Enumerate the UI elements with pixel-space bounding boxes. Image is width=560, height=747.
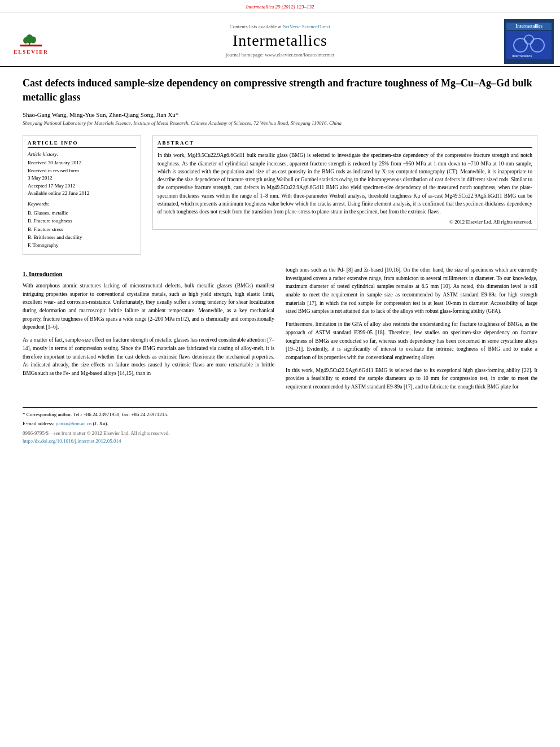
- intermetallics-logo-box: Intermetallics Intermetallics: [504, 19, 554, 64]
- keyword-5: F. Tomography: [28, 241, 136, 249]
- elsevier-brand-text: ELSEVIER: [14, 49, 49, 55]
- sciverse-link[interactable]: SciVerse ScienceDirect: [283, 24, 330, 29]
- article-info-title: ARTICLE INFO: [28, 140, 136, 148]
- svg-text:Intermetallics: Intermetallics: [512, 54, 532, 58]
- authors-line: Shao-Gang Wang, Ming-Yue Sun, Zhen-Qiang…: [23, 111, 537, 118]
- abstract-box: ABSTRACT In this work, Mg49.5Cu22.9Ag6.6…: [152, 135, 537, 230]
- article-info-box: ARTICLE INFO Article history: Received 3…: [23, 135, 141, 254]
- abstract-column: ABSTRACT In this work, Mg49.5Cu22.9Ag6.6…: [152, 135, 537, 260]
- keyword-1: B. Glasses, metallic: [28, 209, 136, 217]
- intermetallics-logo-area: Intermetallics Intermetallics: [498, 17, 560, 66]
- doi-link[interactable]: http://dx.doi.org/10.1016/j.intermet.201…: [23, 438, 121, 444]
- article-title: Cast defects induced sample-size depende…: [23, 76, 537, 104]
- history-line-3: 3 May 2012: [28, 174, 136, 182]
- section-heading-1: 1. Introduction: [23, 270, 274, 277]
- intro-para-5: In this work, Mg49.5Cu22.9Ag6.6Gd11 BMG …: [286, 366, 537, 391]
- journal-center-header: Contents lists available at SciVerse Sci…: [62, 17, 498, 66]
- article-history-title: Article history:: [28, 151, 136, 157]
- keyword-3: B. Fracture stress: [28, 225, 136, 233]
- keywords-section: Keywords: B. Glasses, metallic B. Fractu…: [28, 201, 136, 250]
- intro-para-3: tough ones such as the Pd- [8] and Zr-ba…: [286, 266, 537, 316]
- svg-point-2: [23, 37, 28, 43]
- journal-homepage: journal homepage: www.elsevier.com/locat…: [226, 52, 334, 58]
- email-link[interactable]: jianxu@imr.ac.cn: [55, 421, 91, 426]
- sciverse-line: Contents lists available at SciVerse Sci…: [230, 24, 331, 29]
- history-line-2: Received in revised form: [28, 167, 136, 175]
- main-content: Cast defects induced sample-size depende…: [0, 67, 560, 453]
- top-bar: Intermetallics 29 (2012) 123–132: [0, 0, 560, 12]
- elsevier-logo-area: ELSEVIER: [0, 17, 62, 66]
- footnote-asterisk: * Corresponding author. Tel.: +86 24 239…: [23, 411, 537, 419]
- intro-para-4: Furthermore, limitation in the GFA of al…: [286, 320, 537, 362]
- keyword-2: B. Fracture toughness: [28, 217, 136, 225]
- abstract-text: In this work, Mg49.5Cu22.9Ag6.6Gd11 bulk…: [158, 151, 532, 216]
- keywords-title: Keywords:: [28, 201, 136, 207]
- journal-title: Intermetallics: [233, 32, 327, 50]
- doi-line: http://dx.doi.org/10.1016/j.intermet.201…: [23, 438, 537, 444]
- abstract-title: ABSTRACT: [158, 140, 532, 148]
- history-line-1: Received 30 January 2012: [28, 159, 136, 167]
- keyword-4: B. Brittleness and ductility: [28, 233, 136, 241]
- intro-col-right: tough ones such as the Pd- [8] and Zr-ba…: [286, 266, 537, 396]
- abstract-copyright: © 2012 Elsevier Ltd. All rights reserved…: [158, 219, 532, 225]
- author-affiliation: Shenyang National Laboratory for Materia…: [23, 120, 537, 126]
- intermetallics-journal-image: Intermetallics: [506, 31, 552, 59]
- page-wrapper: Intermetallics 29 (2012) 123–132 ELSEVIE…: [0, 0, 560, 453]
- introduction-two-col: 1. Introduction With amorphous atomic st…: [23, 266, 537, 396]
- article-meta-section: ARTICLE INFO Article history: Received 3…: [23, 135, 537, 260]
- intro-col-left: 1. Introduction With amorphous atomic st…: [23, 266, 274, 396]
- article-info-column: ARTICLE INFO Article history: Received 3…: [23, 135, 141, 260]
- footnote-area: * Corresponding author. Tel.: +86 24 239…: [23, 407, 537, 444]
- elsevier-logo: ELSEVIER: [6, 26, 56, 57]
- intro-para-1: With amorphous atomic structures lacking…: [23, 282, 274, 331]
- svg-rect-4: [20, 45, 42, 46]
- history-line-4: Accepted 17 May 2012: [28, 182, 136, 190]
- svg-point-3: [30, 36, 36, 43]
- intro-para-2: As a matter of fact, sample-size effect …: [23, 336, 274, 378]
- issn-line: 0966-9795/$ – see front matter © 2012 El…: [23, 430, 537, 436]
- elsevier-tree-icon: [17, 28, 45, 48]
- body-section: 1. Introduction With amorphous atomic st…: [23, 266, 537, 396]
- footnote-email: E-mail address: jianxu@imr.ac.cn (J. Xu)…: [23, 420, 537, 428]
- intermetallics-logo-top: Intermetallics: [506, 23, 552, 30]
- journal-header: ELSEVIER Contents lists available at Sci…: [0, 12, 560, 67]
- journal-citation: Intermetallics 29 (2012) 123–132: [246, 4, 314, 10]
- history-line-5: Available online 22 June 2012: [28, 190, 136, 198]
